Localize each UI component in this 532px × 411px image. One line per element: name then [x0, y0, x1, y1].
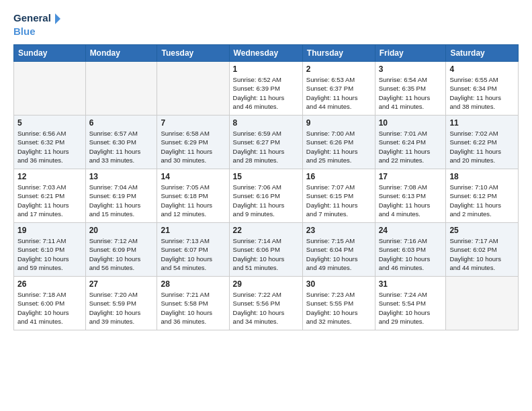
day-number: 5: [17, 118, 82, 128]
weekday-header-wednesday: Wednesday: [229, 45, 302, 62]
calendar-cell: 12Sunrise: 7:03 AM Sunset: 6:21 PM Dayli…: [14, 169, 86, 223]
calendar-cell: 11Sunrise: 7:02 AM Sunset: 6:22 PM Dayli…: [446, 116, 519, 169]
day-number: 11: [449, 118, 515, 128]
day-number: 23: [306, 226, 371, 235]
logo: General Blue: [13, 11, 60, 39]
day-number: 21: [161, 226, 225, 235]
weekday-header-friday: Friday: [375, 45, 446, 62]
calendar-cell: 9Sunrise: 7:00 AM Sunset: 6:26 PM Daylig…: [302, 116, 375, 169]
calendar-cell: 20Sunrise: 7:12 AM Sunset: 6:09 PM Dayli…: [85, 223, 157, 277]
day-number: 26: [17, 279, 82, 289]
day-number: 27: [89, 279, 154, 289]
day-info: Sunrise: 7:24 AM Sunset: 5:54 PM Dayligh…: [379, 290, 443, 326]
svg-text:Blue: Blue: [13, 26, 36, 37]
day-info: Sunrise: 7:04 AM Sunset: 6:19 PM Dayligh…: [89, 183, 154, 218]
day-number: 2: [306, 64, 371, 74]
day-info: Sunrise: 7:07 AM Sunset: 6:15 PM Dayligh…: [306, 183, 371, 218]
calendar-cell: 5Sunrise: 6:56 AM Sunset: 6:32 PM Daylig…: [14, 116, 86, 169]
day-info: Sunrise: 7:00 AM Sunset: 6:26 PM Dayligh…: [306, 129, 371, 165]
day-info: Sunrise: 6:59 AM Sunset: 6:27 PM Dayligh…: [233, 129, 299, 165]
calendar-cell: 13Sunrise: 7:04 AM Sunset: 6:19 PM Dayli…: [85, 169, 157, 223]
day-number: 15: [233, 172, 299, 181]
header: General Blue: [13, 11, 519, 39]
calendar-cell: 10Sunrise: 7:01 AM Sunset: 6:24 PM Dayli…: [375, 116, 446, 169]
day-info: Sunrise: 7:02 AM Sunset: 6:22 PM Dayligh…: [449, 129, 515, 165]
day-number: 28: [161, 279, 225, 289]
day-number: 13: [89, 172, 154, 181]
day-number: 31: [379, 279, 443, 289]
week-row-2: 5Sunrise: 6:56 AM Sunset: 6:32 PM Daylig…: [14, 116, 519, 169]
day-info: Sunrise: 7:16 AM Sunset: 6:03 PM Dayligh…: [379, 236, 443, 272]
calendar-cell: 8Sunrise: 6:59 AM Sunset: 6:27 PM Daylig…: [229, 116, 302, 169]
weekday-header-row: SundayMondayTuesdayWednesdayThursdayFrid…: [14, 45, 519, 62]
calendar-cell: 7Sunrise: 6:58 AM Sunset: 6:29 PM Daylig…: [157, 116, 229, 169]
calendar: SundayMondayTuesdayWednesdayThursdayFrid…: [13, 44, 519, 330]
day-number: 7: [161, 118, 225, 128]
day-number: 6: [89, 118, 154, 128]
calendar-cell: 30Sunrise: 7:23 AM Sunset: 5:55 PM Dayli…: [302, 277, 375, 330]
calendar-cell: [85, 62, 157, 116]
day-info: Sunrise: 6:54 AM Sunset: 6:35 PM Dayligh…: [379, 75, 443, 111]
calendar-cell: 2Sunrise: 6:53 AM Sunset: 6:37 PM Daylig…: [302, 62, 375, 116]
day-info: Sunrise: 7:14 AM Sunset: 6:06 PM Dayligh…: [233, 236, 299, 272]
calendar-cell: 6Sunrise: 6:57 AM Sunset: 6:30 PM Daylig…: [85, 116, 157, 169]
calendar-cell: 31Sunrise: 7:24 AM Sunset: 5:54 PM Dayli…: [375, 277, 446, 330]
day-info: Sunrise: 7:06 AM Sunset: 6:16 PM Dayligh…: [233, 183, 299, 218]
day-number: 30: [306, 279, 371, 289]
calendar-cell: [14, 62, 86, 116]
day-info: Sunrise: 7:01 AM Sunset: 6:24 PM Dayligh…: [379, 129, 443, 165]
weekday-header-tuesday: Tuesday: [157, 45, 229, 62]
calendar-cell: 26Sunrise: 7:18 AM Sunset: 6:00 PM Dayli…: [14, 277, 86, 330]
day-number: 29: [233, 279, 299, 289]
calendar-cell: 3Sunrise: 6:54 AM Sunset: 6:35 PM Daylig…: [375, 62, 446, 116]
calendar-cell: 15Sunrise: 7:06 AM Sunset: 6:16 PM Dayli…: [229, 169, 302, 223]
day-number: 3: [379, 64, 443, 74]
day-info: Sunrise: 7:21 AM Sunset: 5:58 PM Dayligh…: [161, 290, 225, 326]
svg-marker-1: [55, 13, 60, 24]
day-number: 20: [89, 226, 154, 235]
weekday-header-monday: Monday: [85, 45, 157, 62]
calendar-cell: [446, 277, 519, 330]
day-info: Sunrise: 6:52 AM Sunset: 6:39 PM Dayligh…: [233, 75, 299, 111]
day-number: 14: [161, 172, 225, 181]
day-info: Sunrise: 6:58 AM Sunset: 6:29 PM Dayligh…: [161, 129, 225, 165]
day-number: 24: [379, 226, 443, 235]
calendar-cell: 21Sunrise: 7:13 AM Sunset: 6:07 PM Dayli…: [157, 223, 229, 277]
calendar-cell: 14Sunrise: 7:05 AM Sunset: 6:18 PM Dayli…: [157, 169, 229, 223]
page: General Blue SundayMondayTuesdayWednesda…: [0, 0, 532, 411]
day-number: 1: [233, 64, 299, 74]
day-number: 9: [306, 118, 371, 128]
day-info: Sunrise: 7:22 AM Sunset: 5:56 PM Dayligh…: [233, 290, 299, 326]
calendar-cell: 22Sunrise: 7:14 AM Sunset: 6:06 PM Dayli…: [229, 223, 302, 277]
calendar-cell: 29Sunrise: 7:22 AM Sunset: 5:56 PM Dayli…: [229, 277, 302, 330]
day-info: Sunrise: 7:10 AM Sunset: 6:12 PM Dayligh…: [449, 183, 515, 218]
svg-text:General: General: [13, 12, 51, 24]
week-row-1: 1Sunrise: 6:52 AM Sunset: 6:39 PM Daylig…: [14, 62, 519, 116]
calendar-cell: 28Sunrise: 7:21 AM Sunset: 5:58 PM Dayli…: [157, 277, 229, 330]
day-info: Sunrise: 6:57 AM Sunset: 6:30 PM Dayligh…: [89, 129, 154, 165]
day-number: 25: [449, 226, 515, 235]
calendar-cell: [157, 62, 229, 116]
day-number: 22: [233, 226, 299, 235]
day-info: Sunrise: 6:53 AM Sunset: 6:37 PM Dayligh…: [306, 75, 371, 111]
day-info: Sunrise: 7:20 AM Sunset: 5:59 PM Dayligh…: [89, 290, 154, 326]
day-info: Sunrise: 6:55 AM Sunset: 6:34 PM Dayligh…: [449, 75, 515, 111]
day-info: Sunrise: 7:15 AM Sunset: 6:04 PM Dayligh…: [306, 236, 371, 272]
day-info: Sunrise: 7:12 AM Sunset: 6:09 PM Dayligh…: [89, 236, 154, 272]
day-info: Sunrise: 7:18 AM Sunset: 6:00 PM Dayligh…: [17, 290, 82, 326]
calendar-cell: 1Sunrise: 6:52 AM Sunset: 6:39 PM Daylig…: [229, 62, 302, 116]
weekday-header-sunday: Sunday: [14, 45, 86, 62]
week-row-4: 19Sunrise: 7:11 AM Sunset: 6:10 PM Dayli…: [14, 223, 519, 277]
day-info: Sunrise: 7:03 AM Sunset: 6:21 PM Dayligh…: [17, 183, 82, 218]
day-info: Sunrise: 7:11 AM Sunset: 6:10 PM Dayligh…: [17, 236, 82, 272]
day-info: Sunrise: 7:08 AM Sunset: 6:13 PM Dayligh…: [379, 183, 443, 218]
day-number: 10: [379, 118, 443, 128]
week-row-3: 12Sunrise: 7:03 AM Sunset: 6:21 PM Dayli…: [14, 169, 519, 223]
calendar-cell: 19Sunrise: 7:11 AM Sunset: 6:10 PM Dayli…: [14, 223, 86, 277]
calendar-cell: 17Sunrise: 7:08 AM Sunset: 6:13 PM Dayli…: [375, 169, 446, 223]
weekday-header-saturday: Saturday: [446, 45, 519, 62]
week-row-5: 26Sunrise: 7:18 AM Sunset: 6:00 PM Dayli…: [14, 277, 519, 330]
calendar-cell: 23Sunrise: 7:15 AM Sunset: 6:04 PM Dayli…: [302, 223, 375, 277]
day-info: Sunrise: 6:56 AM Sunset: 6:32 PM Dayligh…: [17, 129, 82, 165]
day-info: Sunrise: 7:05 AM Sunset: 6:18 PM Dayligh…: [161, 183, 225, 218]
